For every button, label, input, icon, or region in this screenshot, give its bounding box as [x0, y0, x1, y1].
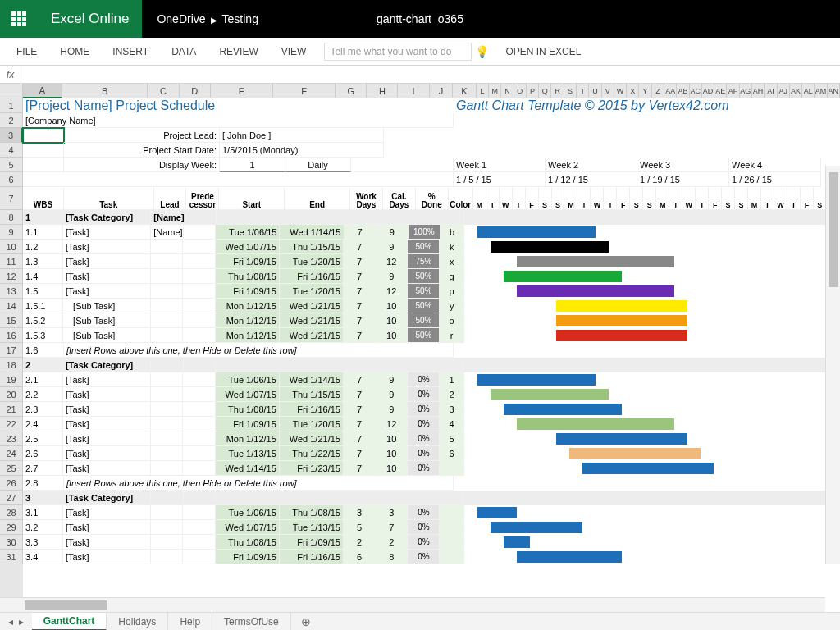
cell[interactable]: [Sub Task] [63, 313, 151, 328]
cell[interactable]: M [564, 187, 578, 210]
cell[interactable] [183, 299, 215, 313]
spreadsheet-grid[interactable]: ABCDEFGHIJKLMNOPQRSTUVWXYZAAABACADAEAFAG… [0, 84, 840, 597]
row-header[interactable]: 22 [0, 417, 23, 431]
vertical-scrollbar[interactable] [825, 166, 840, 564]
cell[interactable] [23, 158, 64, 172]
ribbon-tab-file[interactable]: FILE [5, 38, 48, 66]
cell[interactable]: Tue 1/20/15 [280, 284, 344, 299]
cell[interactable]: 1.6 [23, 343, 64, 358]
sheet-tab[interactable]: TermsOfUse [212, 613, 291, 631]
cell[interactable]: Daily [285, 158, 351, 172]
cell[interactable] [184, 225, 216, 240]
cell[interactable]: T [578, 187, 591, 210]
row-header[interactable]: 13 [0, 284, 23, 299]
cell[interactable]: 7 [344, 269, 376, 284]
col-header[interactable]: I [398, 84, 429, 98]
cell[interactable]: T [486, 187, 500, 210]
cell[interactable]: Wed 1/21/15 [280, 431, 344, 446]
cell[interactable]: [Task] [63, 505, 151, 520]
col-header[interactable]: K [453, 84, 477, 98]
cell[interactable]: 0% [408, 417, 440, 431]
cell[interactable]: [Task] [63, 520, 151, 535]
cell[interactable]: M [748, 187, 761, 210]
cell[interactable]: WBS [23, 187, 64, 210]
col-header[interactable]: AK [790, 84, 802, 98]
cell[interactable]: 7 [344, 417, 376, 431]
cell[interactable]: 2.8 [23, 476, 64, 491]
cell[interactable]: 1.1 [23, 225, 63, 240]
cell[interactable]: 6 [344, 550, 376, 564]
cell[interactable]: Cal. Days [383, 187, 416, 210]
cell[interactable]: 1.2 [23, 240, 63, 254]
cell[interactable]: M [656, 187, 669, 210]
ribbon-tab-home[interactable]: HOME [48, 38, 101, 66]
row-header[interactable]: 1 [0, 98, 23, 113]
cell[interactable]: M [473, 187, 486, 210]
cell[interactable]: Week 2 [546, 158, 637, 172]
cell[interactable]: 0% [408, 372, 440, 387]
cell[interactable]: S [552, 187, 565, 210]
cell[interactable]: [Task] [63, 535, 151, 550]
cell[interactable] [151, 240, 183, 254]
cell[interactable] [351, 158, 454, 172]
cell[interactable]: Task [64, 187, 154, 210]
cell[interactable]: [Task] [63, 446, 151, 461]
cell[interactable]: Project Lead: [64, 128, 220, 143]
row-header[interactable]: 2 [0, 113, 23, 128]
row-header[interactable]: 4 [0, 143, 23, 158]
cell[interactable]: 3.3 [23, 535, 63, 550]
cell[interactable]: 3 [23, 491, 63, 505]
cell[interactable]: 12 [376, 284, 408, 299]
cell[interactable] [151, 387, 183, 402]
cell[interactable]: 2.4 [23, 417, 63, 431]
cell[interactable] [216, 491, 464, 505]
cell[interactable] [23, 143, 64, 158]
cell[interactable]: Thu 1/15/15 [280, 387, 344, 402]
cell[interactable]: Tue 1/06/15 [216, 225, 280, 240]
cell[interactable]: 0% [408, 505, 440, 520]
cell[interactable]: 7 [344, 284, 376, 299]
cell[interactable]: 3.2 [23, 520, 63, 535]
cell[interactable] [151, 535, 183, 550]
col-header[interactable]: P [527, 84, 539, 98]
cell[interactable]: 7 [344, 431, 376, 446]
cell[interactable]: 7 [376, 520, 408, 535]
cell[interactable] [184, 491, 216, 505]
cell[interactable]: 1 / 26 / 15 [729, 172, 821, 187]
col-header[interactable]: W [614, 84, 627, 98]
cell[interactable]: Work Days [350, 187, 383, 210]
cell[interactable]: [Sub Task] [63, 328, 151, 343]
row-header[interactable]: 9 [0, 225, 23, 240]
row-header[interactable]: 29 [0, 520, 23, 535]
cell[interactable]: T [788, 187, 801, 210]
cell[interactable]: 7 [344, 299, 376, 313]
col-header[interactable]: T [577, 84, 589, 98]
row-header[interactable]: 15 [0, 313, 23, 328]
row-header[interactable]: 26 [0, 476, 23, 491]
ribbon-tab-review[interactable]: REVIEW [208, 38, 269, 66]
col-header[interactable]: AD [702, 84, 714, 98]
cell[interactable]: 1 / 12 / 15 [546, 172, 637, 187]
select-all-corner[interactable] [0, 84, 23, 98]
cell[interactable]: 7 [344, 446, 376, 461]
col-header[interactable]: R [551, 84, 564, 98]
cell[interactable]: Color [449, 187, 473, 210]
cell[interactable]: 4 [440, 417, 463, 431]
cell[interactable]: 1 [220, 158, 285, 172]
col-header[interactable]: M [489, 84, 501, 98]
cell[interactable] [440, 535, 463, 550]
sheet-tab[interactable]: Help [168, 613, 212, 631]
cell[interactable]: 1.5 [23, 284, 63, 299]
cell[interactable]: 1.5.3 [23, 328, 63, 343]
cell[interactable]: Wed 1/14/15 [280, 225, 344, 240]
cell[interactable]: 1.3 [23, 254, 63, 269]
cell[interactable]: 3 [440, 402, 463, 417]
cell[interactable]: Wed 1/07/15 [216, 387, 280, 402]
cell[interactable]: 9 [377, 225, 409, 240]
cell[interactable] [183, 284, 215, 299]
cell[interactable]: 75% [408, 254, 440, 269]
cell[interactable]: [Task] [63, 254, 151, 269]
cell[interactable]: [Name] [151, 225, 184, 240]
cell[interactable]: 1.4 [23, 269, 63, 284]
cell[interactable]: Project Start Date: [64, 143, 220, 158]
